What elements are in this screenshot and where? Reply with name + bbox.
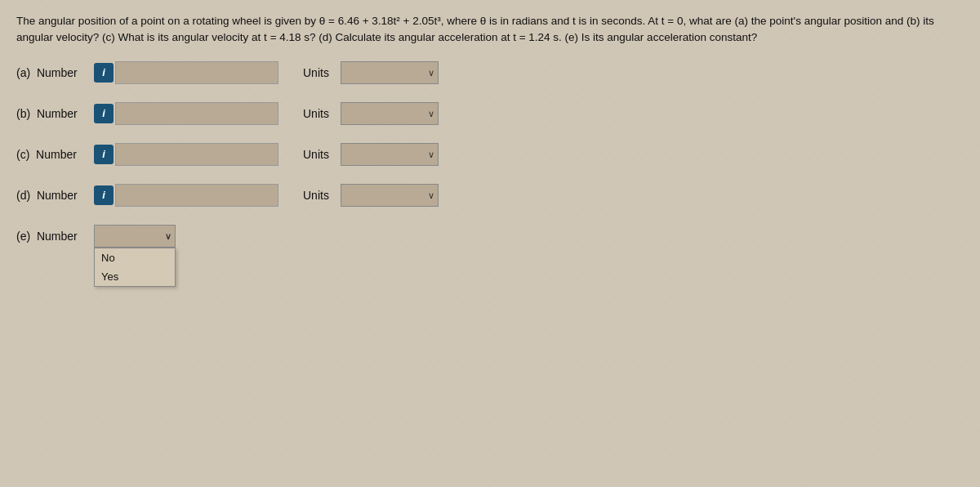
row-d-units-label: Units	[303, 189, 336, 202]
dropdown-option-no[interactable]: No	[95, 248, 175, 267]
rows-container: (a) Number i Units (b) Number i Units	[16, 61, 964, 266]
row-c-units-label: Units	[303, 148, 336, 161]
row-d-units-select[interactable]	[341, 184, 439, 207]
row-d-label: (d) Number	[16, 189, 94, 202]
row-a-label: (a) Number	[16, 66, 94, 79]
row-b-info-button[interactable]: i	[94, 104, 114, 123]
row-b-label: (b) Number	[16, 107, 94, 120]
row-b: (b) Number i Units	[16, 102, 964, 125]
yesno-dropdown-open: No Yes	[94, 248, 176, 287]
main-container: The angular position of a point on a rot…	[0, 0, 980, 487]
row-c-label: (c) Number	[16, 148, 94, 161]
row-b-units-select-wrapper	[341, 102, 439, 125]
row-a-info-button[interactable]: i	[94, 63, 114, 83]
row-b-units-label: Units	[303, 107, 336, 120]
row-e: (e) Number No Yes ∨ No Yes	[16, 225, 964, 248]
row-c-info-button[interactable]: i	[94, 145, 114, 164]
question-text: The angular position of a point on a rot…	[16, 13, 964, 47]
row-e-label: (e) Number	[16, 230, 94, 243]
row-d-number-input[interactable]	[115, 184, 278, 207]
dropdown-option-yes[interactable]: Yes	[95, 267, 175, 286]
row-c-units-select[interactable]	[341, 143, 439, 166]
row-e-yesno-wrapper: No Yes ∨ No Yes	[94, 225, 176, 248]
row-d: (d) Number i Units	[16, 184, 964, 207]
row-a-number-input[interactable]	[115, 61, 278, 84]
row-d-info-button[interactable]: i	[94, 185, 114, 205]
row-c: (c) Number i Units	[16, 143, 964, 166]
row-c-number-input[interactable]	[115, 143, 278, 166]
row-d-units-select-wrapper	[341, 184, 439, 207]
row-e-yesno-select[interactable]: No Yes	[94, 225, 176, 248]
row-b-units-select[interactable]	[341, 102, 439, 125]
row-a-units-select-wrapper	[341, 61, 439, 84]
row-a-units-label: Units	[303, 66, 336, 79]
row-a: (a) Number i Units	[16, 61, 964, 84]
row-b-number-input[interactable]	[115, 102, 278, 125]
row-c-units-select-wrapper	[341, 143, 439, 166]
row-a-units-select[interactable]	[341, 61, 439, 84]
